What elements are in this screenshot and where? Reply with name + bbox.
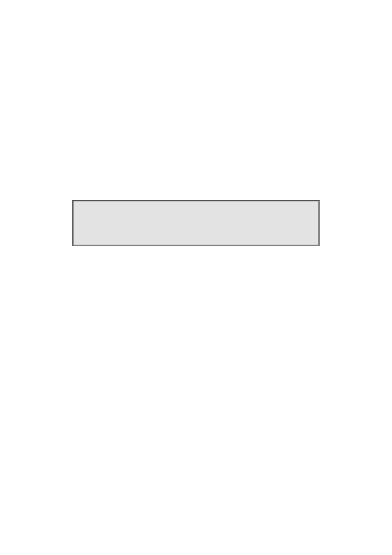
main-button[interactable] — [72, 200, 320, 246]
